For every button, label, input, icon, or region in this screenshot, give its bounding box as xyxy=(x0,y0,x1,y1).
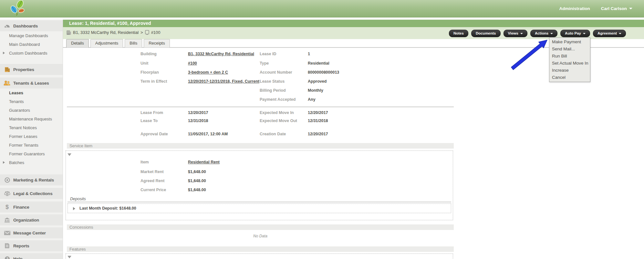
field-label: Item xyxy=(140,160,149,164)
sidebar-item-batches[interactable]: Batches xyxy=(0,158,63,167)
features-box xyxy=(66,254,453,259)
field-value: $1,648.00 xyxy=(188,170,206,174)
deposits-subsection-title: Deposits xyxy=(70,197,86,201)
app-logo[interactable] xyxy=(8,0,28,17)
tab-adjustments[interactable]: Adjustments xyxy=(90,39,123,47)
sidebar-item-label: Guarantors xyxy=(9,108,30,113)
field-value: 12/20/2017 xyxy=(308,110,328,115)
expand-arrow-icon[interactable] xyxy=(73,207,75,210)
sidebar-section-finance[interactable]: $ Finance xyxy=(0,202,63,212)
sidebar-item-guarantors[interactable]: Guarantors xyxy=(0,106,63,115)
menu-item-increase[interactable]: Increase xyxy=(549,67,590,74)
sidebar-section-organization[interactable]: Organization xyxy=(0,214,63,225)
sidebar-item-main-dashboard[interactable]: Main Dashboard xyxy=(0,40,63,49)
floorplan-link[interactable]: 3-bedroom + den 2 C xyxy=(188,70,228,75)
menu-item-make-payment[interactable]: Make Payment xyxy=(549,38,590,46)
service-item-link[interactable]: Residential Rent xyxy=(188,160,220,164)
field-label: Expected Move In xyxy=(260,110,294,115)
deposit-row-text: Last Month Deposit: $1648.00 xyxy=(79,204,136,213)
field-value: Monthly xyxy=(308,88,323,93)
field-label: Agreed Rent xyxy=(140,179,164,183)
field-value: Any xyxy=(308,97,316,102)
sidebar-item-label: Manage Dashboards xyxy=(9,33,48,38)
menu-item-run-bill[interactable]: Run Bill xyxy=(549,53,590,60)
collapse-arrow-icon[interactable] xyxy=(68,153,71,156)
chevron-down-icon xyxy=(550,33,553,34)
building-link[interactable]: B1, 3332 McCarthy Rd, Residential xyxy=(188,52,254,56)
administration-link[interactable]: Administration xyxy=(559,6,590,11)
svg-text:?: ? xyxy=(6,257,8,259)
field-value: 12/31/2018 xyxy=(188,119,208,123)
unit-door-icon xyxy=(145,30,149,35)
auto-pay-button[interactable]: Auto Pay xyxy=(560,30,590,37)
sidebar-item-maintenance-requests[interactable]: Maintenance Requests xyxy=(0,115,63,123)
sidebar-item-former-leases[interactable]: Former Leases xyxy=(0,132,63,141)
sidebar-section-dashboards[interactable]: Dashboards xyxy=(0,20,63,31)
documents-button[interactable]: Documents xyxy=(471,30,501,37)
unit-link[interactable]: #100 xyxy=(188,61,197,66)
chevron-down-icon xyxy=(583,33,586,34)
menu-item-send-mail[interactable]: Send Mail... xyxy=(549,46,590,53)
sidebar-item-manage-dashboards[interactable]: Manage Dashboards xyxy=(0,31,63,40)
sidebar-item-tenants[interactable]: Tenants xyxy=(0,97,63,106)
field-label: Building xyxy=(140,52,157,56)
tab-bills[interactable]: Bills xyxy=(125,39,142,47)
menu-item-set-actual-move-in[interactable]: Set Actual Move In xyxy=(549,60,590,67)
field-label: Lease ID xyxy=(260,52,276,56)
scales-icon xyxy=(3,190,11,197)
menu-item-cancel[interactable]: Cancel xyxy=(549,74,590,81)
sidebar-section-label: Dashboards xyxy=(13,24,38,28)
sidebar-section-properties[interactable]: Properties xyxy=(0,64,63,75)
field-label: Lease To xyxy=(140,119,158,123)
agreement-button[interactable]: Agreement xyxy=(593,30,626,37)
views-button[interactable]: Views xyxy=(504,30,527,37)
button-label: Views xyxy=(508,30,518,37)
report-icon xyxy=(3,243,11,249)
sidebar-section-message-center[interactable]: Message Center xyxy=(0,227,63,238)
top-bar: Administration Carl Carlson xyxy=(0,0,644,17)
field-label: Payment Accepted xyxy=(260,97,296,102)
expand-arrow-icon[interactable] xyxy=(3,161,5,164)
field-value: 1 xyxy=(308,52,310,56)
sidebar-item-custom-dashboards[interactable]: Custom Dashboards xyxy=(0,49,63,57)
field-label: Current Price xyxy=(140,188,166,192)
sidebar-section-label: Organization xyxy=(13,218,39,223)
breadcrumb-unit-link[interactable]: #100 xyxy=(151,30,161,35)
gauge-icon xyxy=(3,23,11,29)
chevron-down-icon xyxy=(520,33,523,34)
collapse-arrow-icon[interactable] xyxy=(68,256,71,258)
actions-button[interactable]: Actions xyxy=(530,30,557,37)
building-icon xyxy=(3,66,11,73)
expand-arrow-icon[interactable] xyxy=(3,52,5,54)
sidebar-item-label: Former Guarantors xyxy=(9,151,45,156)
sidebar-section-help[interactable]: ? Help xyxy=(0,253,63,259)
sidebar-section-tenants-leases[interactable]: Tenants & Leases xyxy=(0,78,63,88)
sidebar-section-marketing-rentals[interactable]: Marketing & Rentals xyxy=(0,174,63,185)
sidebar-item-former-tenants[interactable]: Former Tenants xyxy=(0,141,63,150)
sidebar-item-former-guarantors[interactable]: Former Guarantors xyxy=(0,150,63,158)
user-menu[interactable]: Carl Carlson xyxy=(601,6,632,11)
sidebar-section-legal-collections[interactable]: Legal & Collections xyxy=(0,188,63,199)
field-label: Unit xyxy=(140,61,148,66)
sidebar-item-tenant-notices[interactable]: Tenant Notices xyxy=(0,123,63,132)
breadcrumb-building-link[interactable]: B1, 3332 McCarthy Rd, Residential xyxy=(73,30,139,35)
topbar-links: Administration Carl Carlson xyxy=(559,6,632,11)
sidebar-nav: Dashboards Manage Dashboards Main Dashbo… xyxy=(0,20,63,259)
tab-details[interactable]: Details xyxy=(66,39,89,47)
term-in-effect-link[interactable]: 12/20/2017-12/31/2018, Fixed, Current xyxy=(188,79,259,84)
sidebar-section-reports[interactable]: Reports xyxy=(0,240,63,251)
deposit-row[interactable]: Last Month Deposit: $1648.00 xyxy=(68,203,451,213)
button-label: Agreement xyxy=(597,30,617,37)
sidebar-item-leases[interactable]: Leases xyxy=(0,88,63,97)
field-value: 80000008000013 xyxy=(308,70,339,75)
tab-receipts[interactable]: Receipts xyxy=(144,39,170,47)
page-title: Lease: 1, Residential, #100, Approved xyxy=(63,20,644,27)
breadcrumb-separator: > xyxy=(140,30,143,35)
main-layout: Dashboards Manage Dashboards Main Dashbo… xyxy=(0,20,644,259)
chevron-down-icon xyxy=(619,33,621,34)
field-label: Type xyxy=(260,61,269,66)
deposits-underline xyxy=(68,202,451,202)
sidebar-section-label: Properties xyxy=(13,67,34,72)
field-value: 11/05/2017, 12:00 AM xyxy=(188,132,228,136)
notes-button[interactable]: Notes xyxy=(449,30,468,37)
